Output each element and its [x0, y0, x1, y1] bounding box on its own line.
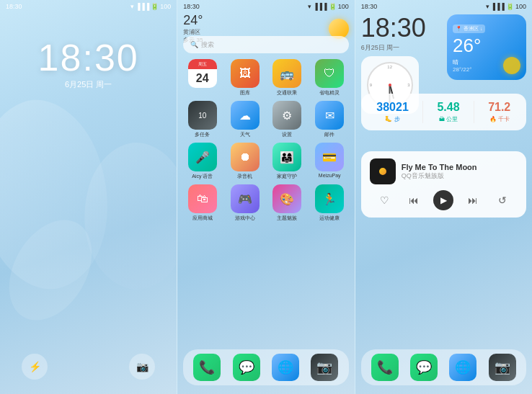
- app-health[interactable]: 🏃 运动健康: [311, 184, 349, 222]
- calendar-icon: 周五 24: [188, 59, 217, 88]
- music-subtitle: QQ音乐魅族版: [402, 171, 518, 181]
- weather-app-icon: ☁: [231, 101, 260, 130]
- music-prev-button[interactable]: ⏮: [404, 190, 424, 210]
- dock-browser-icon[interactable]: 🌐: [272, 354, 299, 381]
- security-icon: 🛡: [315, 59, 344, 88]
- multi-icon: 10: [188, 101, 217, 130]
- widgets-date: 6月25日 周一: [361, 43, 400, 53]
- meizupay-icon: 💳: [315, 143, 344, 171]
- signal-icon: ▐▐▐: [136, 3, 149, 10]
- clock-center-dot: [389, 84, 391, 86]
- music-art-inner: [377, 166, 389, 177]
- wifi-icon: ▾: [130, 3, 134, 10]
- home-weather-loc: 黄浦区: [183, 28, 203, 36]
- mail-icon: ✉: [315, 101, 344, 130]
- calendar-day-num: 24: [188, 69, 217, 88]
- music-play-button[interactable]: ▶: [433, 190, 453, 210]
- widgets-status-icons: ▾ ▐▐▐ 🔋 100: [486, 3, 526, 10]
- home-wifi-icon: ▾: [308, 3, 311, 10]
- search-icon: 🔍: [190, 41, 198, 48]
- music-widget[interactable]: Fly Me To The Moon QQ音乐魅族版 ♡ ⏮ ▶ ⏭ ↺: [361, 151, 526, 218]
- home-battery-level: 100: [338, 3, 349, 10]
- app-meizupay-label: MeizuPay: [319, 173, 341, 178]
- dock-camera-icon[interactable]: 📷: [311, 354, 338, 381]
- widgets-dock-phone-icon[interactable]: 📞: [371, 354, 399, 381]
- battery-level: 100: [160, 3, 171, 10]
- app-calendar[interactable]: 周五 24 日历: [183, 59, 221, 97]
- app-weather-label: 天气: [240, 131, 250, 138]
- app-family[interactable]: 👨‍👩‍👧 家庭守护: [268, 143, 306, 180]
- widgets-dock-camera-icon[interactable]: 📷: [489, 354, 516, 381]
- steps-unit: 🦶 步: [385, 115, 399, 123]
- app-recorder[interactable]: ⏺ 录音机: [226, 143, 264, 180]
- music-controls: ♡ ⏮ ▶ ⏭ ↺: [370, 190, 518, 210]
- app-multi[interactable]: 10 多任务: [183, 101, 221, 138]
- lock-date: 6月25日 周一: [0, 79, 177, 90]
- weather-widget-range: 28°/22°: [453, 66, 471, 73]
- widgets-status-bar: 18:30 ▾ ▐▐▐ 🔋 100: [355, 3, 532, 10]
- app-meizupay[interactable]: 💳 MeizuPay: [311, 143, 349, 180]
- app-security[interactable]: 🛡 省电精灵: [311, 59, 349, 97]
- music-album-art: [370, 158, 396, 184]
- lock-time: 18:30: [6, 3, 22, 10]
- app-gallery[interactable]: 🖼 图库: [226, 59, 264, 97]
- music-repeat-button[interactable]: ↺: [492, 190, 513, 210]
- app-multi-label: 多任务: [195, 131, 210, 138]
- app-theme[interactable]: 🎨 主题魅族: [268, 184, 306, 222]
- shop-icon: 🛍: [188, 184, 217, 213]
- lock-bottom-icons: ⚡ 📷: [0, 354, 177, 380]
- widgets-battery-icon: 🔋: [506, 3, 514, 10]
- app-transport[interactable]: 🚌 交通联乘: [268, 59, 306, 97]
- health-icon: 🏃: [315, 184, 344, 213]
- games-icon: 🎮: [231, 184, 260, 213]
- recorder-icon: ⏺: [231, 143, 260, 171]
- dock-msg-icon[interactable]: 💬: [233, 354, 260, 381]
- home-app-grid: 周五 24 日历 🖼 图库 🚌 交通联乘 🛡 省电精灵 10 多任务 ☁ 天气: [183, 59, 348, 222]
- fitness-calories: 71.2 🔥 千卡: [488, 101, 510, 123]
- music-next-button[interactable]: ⏭: [463, 190, 483, 210]
- fitness-distance: 5.48 🏔 公里: [437, 101, 459, 123]
- gallery-icon: 🖼: [231, 59, 260, 88]
- fitness-widget[interactable]: 38021 🦶 步 5.48 🏔 公里 71.2 🔥 千卡: [361, 94, 526, 130]
- weather-widget-desc: 晴: [453, 58, 471, 66]
- lock-status-icons: ▾ ▐▐▐ 🔋 100: [130, 3, 171, 10]
- app-shop[interactable]: 🛍 应用商城: [183, 184, 221, 222]
- fitness-divider-2: [474, 101, 474, 123]
- calendar-day-label: 周五: [188, 59, 217, 69]
- calories-unit: 🔥 千卡: [489, 115, 510, 123]
- app-recorder-label: 录音机: [237, 173, 252, 180]
- widgets-dock-msg-icon[interactable]: 💬: [410, 354, 438, 381]
- app-aicy-label: Aicy 语音: [192, 173, 213, 180]
- battery-icon: 🔋: [151, 3, 159, 10]
- music-header: Fly Me To The Moon QQ音乐魅族版: [370, 158, 518, 184]
- fitness-steps: 38021 🦶 步: [376, 101, 409, 123]
- dock-phone-icon[interactable]: 📞: [193, 354, 221, 381]
- music-title: Fly Me To The Moon: [402, 163, 518, 171]
- home-signal-icon: ▐▐▐: [313, 3, 327, 10]
- weather-sun-icon: [503, 57, 520, 74]
- app-gallery-label: 图库: [240, 89, 250, 97]
- flashlight-icon[interactable]: ⚡: [22, 354, 48, 380]
- distance-value: 5.48: [437, 101, 459, 114]
- widgets-dock: 📞 💬 🌐 📷: [361, 349, 526, 385]
- music-favorite-button[interactable]: ♡: [374, 190, 394, 210]
- app-mail-label: 邮件: [324, 131, 334, 138]
- app-games[interactable]: 🎮 游戏中心: [226, 184, 264, 222]
- weather-location-badge: 📍 香洲区 ↓: [453, 24, 485, 33]
- steps-value: 38021: [376, 101, 409, 114]
- home-dock: 📞 💬 🌐 📷: [183, 349, 348, 385]
- widgets-dock-browser-icon[interactable]: 🌐: [449, 354, 476, 381]
- theme-icon: 🎨: [272, 184, 301, 213]
- widgets-clock: 18:30: [361, 13, 426, 43]
- app-settings-label: 设置: [282, 131, 292, 138]
- camera-quick-icon[interactable]: 📷: [129, 354, 155, 380]
- home-time: 18:30: [183, 3, 200, 10]
- app-settings[interactable]: ⚙ 设置: [268, 101, 306, 138]
- app-transport-label: 交通联乘: [277, 89, 297, 97]
- weather-widget[interactable]: 📍 香洲区 ↓ 26° 晴 28°/22°: [447, 14, 526, 80]
- app-aicy[interactable]: 🎤 Aicy 语音: [183, 143, 221, 180]
- app-theme-label: 主题魅族: [277, 215, 297, 222]
- app-weather[interactable]: ☁ 天气: [226, 101, 264, 138]
- app-mail[interactable]: ✉ 邮件: [311, 101, 349, 138]
- home-search-bar[interactable]: 🔍 搜索: [183, 36, 348, 53]
